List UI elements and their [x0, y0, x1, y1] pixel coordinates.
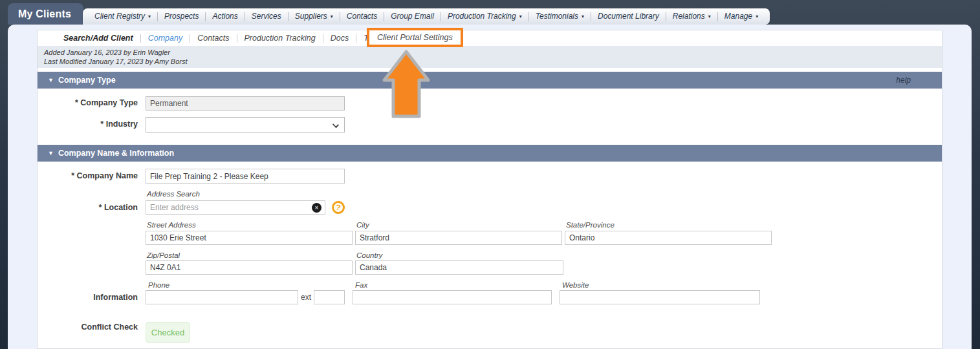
section-header-company-name-info[interactable]: ▼Company Name & Information — [38, 145, 942, 162]
page-title: My Clients — [18, 8, 71, 19]
record-meta-bar: Added January 16, 2023 by Erin Wagler La… — [38, 46, 942, 68]
tab-search-add-client[interactable]: Search/Add Client — [56, 34, 140, 43]
tab-client-portal-settings[interactable]: Client Portal Settings — [369, 30, 461, 45]
highlight-arrow-icon — [382, 49, 431, 120]
caret-down-icon: ▾ — [519, 8, 522, 25]
caret-down-icon: ▾ — [708, 8, 711, 25]
nav-item-group-email[interactable]: Group Email — [384, 8, 441, 25]
ext-label: ext — [301, 293, 311, 302]
company-type-field[interactable] — [146, 96, 345, 111]
nav-item-document-library[interactable]: Document Library — [591, 8, 666, 25]
city-field[interactable] — [355, 231, 562, 245]
website-field[interactable] — [560, 290, 760, 304]
phone-ext-field[interactable] — [314, 290, 345, 304]
address-search-label: Address Search — [147, 190, 200, 198]
country-label: Country — [356, 251, 382, 259]
website-label: Website — [562, 281, 589, 289]
location-help-icon[interactable]: ? — [331, 200, 346, 215]
top-nav: Client Registry▾ Prospects Actions Servi… — [83, 8, 770, 25]
company-name-label: * Company Name — [38, 171, 138, 180]
tab-company[interactable]: Company — [141, 34, 190, 43]
conflict-check-label: Conflict Check — [38, 323, 138, 332]
nav-item-production-tracking[interactable]: Production Tracking▾ — [441, 8, 528, 25]
help-link[interactable]: help — [896, 72, 911, 89]
company-type-label: * Company Type — [38, 98, 138, 107]
last-modified-text: Last Modified January 17, 2023 by Amy Bo… — [44, 57, 942, 66]
zip-postal-label: Zip/Postal — [147, 251, 180, 259]
collapse-caret-icon: ▼ — [48, 150, 54, 156]
nav-item-suppliers[interactable]: Suppliers▾ — [289, 8, 340, 25]
nav-item-client-registry[interactable]: Client Registry▾ — [88, 8, 157, 25]
page-background: My Clients Client Registry▾ Prospects Ac… — [0, 0, 980, 349]
nav-item-prospects[interactable]: Prospects — [158, 8, 205, 25]
section-header-company-type[interactable]: ▼Company Type help — [38, 72, 942, 89]
tab-production-tracking[interactable]: Production Tracking — [237, 34, 323, 43]
industry-label: * Industry — [38, 120, 138, 129]
app-title-tab[interactable]: My Clients — [8, 3, 83, 25]
caret-down-icon: ▾ — [331, 8, 333, 25]
industry-select[interactable] — [146, 117, 345, 132]
collapse-caret-icon: ▼ — [48, 77, 54, 83]
state-province-label: State/Province — [566, 221, 615, 229]
chevron-down-icon — [332, 122, 339, 128]
zip-postal-field[interactable] — [146, 260, 353, 275]
nav-item-services[interactable]: Services — [245, 8, 288, 25]
phone-label: Phone — [148, 281, 169, 289]
caret-down-icon: ▾ — [582, 8, 584, 25]
information-label: Information — [38, 293, 138, 302]
client-tabs: Search/Add Client Company Contacts Produ… — [38, 30, 942, 46]
added-by-text: Added January 16, 2023 by Erin Wagler — [44, 48, 942, 57]
fax-label: Fax — [355, 281, 367, 289]
street-address-field[interactable] — [146, 231, 353, 245]
conflict-check-button[interactable]: Checked — [146, 322, 190, 343]
nav-item-testimonials[interactable]: Testimonials▾ — [529, 8, 591, 25]
address-search-input[interactable] — [146, 200, 325, 215]
caret-down-icon: ▾ — [148, 8, 151, 25]
content-panel: Search/Add Client Company Contacts Produ… — [37, 30, 942, 349]
location-label: * Location — [38, 203, 138, 212]
country-field[interactable] — [355, 260, 563, 275]
nav-item-actions[interactable]: Actions — [206, 8, 244, 25]
company-name-field[interactable] — [146, 169, 345, 184]
street-address-label: Street Address — [147, 221, 196, 229]
clear-icon[interactable]: × — [312, 203, 321, 213]
nav-item-contacts[interactable]: Contacts — [340, 8, 384, 25]
nav-item-relations[interactable]: Relations▾ — [666, 8, 717, 25]
state-province-field[interactable] — [565, 231, 772, 245]
tab-contacts[interactable]: Contacts — [190, 34, 236, 43]
phone-field[interactable] — [146, 290, 298, 304]
fax-field[interactable] — [353, 290, 552, 304]
city-label: City — [356, 221, 369, 229]
tab-docs[interactable]: Docs — [323, 34, 356, 43]
nav-item-manage[interactable]: Manage▾ — [718, 8, 765, 25]
caret-down-icon: ▾ — [756, 8, 758, 25]
